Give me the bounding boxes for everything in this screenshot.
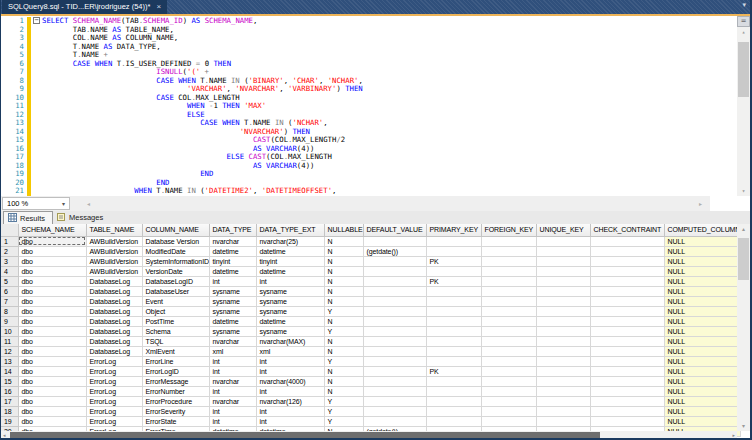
row-number[interactable]: 19 bbox=[1, 416, 18, 426]
grid-cell[interactable]: dbo bbox=[18, 406, 86, 416]
fold-collapse-icon[interactable]: − bbox=[33, 17, 40, 24]
grid-cell[interactable]: ErrorState bbox=[142, 416, 209, 426]
grid-scroll-thumb[interactable] bbox=[738, 238, 749, 280]
grid-cell[interactable]: NULL bbox=[664, 246, 740, 256]
grid-cell[interactable]: int bbox=[209, 366, 256, 376]
grid-cell[interactable]: Y bbox=[324, 306, 363, 316]
grid-cell[interactable]: sysname bbox=[209, 306, 256, 316]
grid-cell[interactable] bbox=[363, 376, 426, 386]
row-number[interactable]: 15 bbox=[1, 376, 18, 386]
column-header[interactable]: PRIMARY_KEY bbox=[426, 224, 481, 236]
grid-hscroll-thumb[interactable] bbox=[10, 432, 600, 439]
splitter-handle-icon[interactable]: ═ bbox=[737, 16, 750, 27]
grid-cell[interactable] bbox=[481, 306, 536, 316]
grid-cell[interactable]: Object bbox=[142, 306, 209, 316]
grid-cell[interactable]: N bbox=[324, 346, 363, 356]
grid-cell[interactable] bbox=[481, 266, 536, 276]
grid-cell[interactable] bbox=[481, 336, 536, 346]
grid-cell[interactable]: PK bbox=[426, 366, 481, 376]
grid-cell[interactable] bbox=[426, 316, 481, 326]
grid-cell[interactable]: datetime bbox=[256, 246, 324, 256]
grid-cell[interactable] bbox=[536, 236, 590, 246]
column-header[interactable]: DATA_TYPE_EXT bbox=[256, 224, 324, 236]
grid-cell[interactable]: datetime bbox=[209, 246, 256, 256]
grid-cell[interactable] bbox=[426, 236, 481, 246]
grid-cell[interactable]: N bbox=[324, 296, 363, 306]
grid-cell[interactable]: N bbox=[324, 256, 363, 266]
grid-cell[interactable] bbox=[426, 296, 481, 306]
grid-cell[interactable] bbox=[363, 286, 426, 296]
grid-cell[interactable]: NULL bbox=[664, 366, 740, 376]
grid-cell[interactable]: DatabaseLog bbox=[86, 316, 142, 326]
grid-cell[interactable]: Database Version bbox=[142, 236, 209, 246]
grid-cell[interactable]: dbo bbox=[18, 316, 86, 326]
grid-cell[interactable]: xml bbox=[209, 346, 256, 356]
grid-cell[interactable] bbox=[536, 336, 590, 346]
grid-cell[interactable]: NULL bbox=[664, 326, 740, 336]
grid-cell[interactable] bbox=[363, 236, 426, 246]
grid-cell[interactable] bbox=[590, 376, 664, 386]
grid-cell[interactable] bbox=[590, 266, 664, 276]
grid-cell[interactable]: sysname bbox=[256, 296, 324, 306]
grid-cell[interactable]: ErrorSeverity bbox=[142, 406, 209, 416]
select-all-corner[interactable] bbox=[1, 224, 18, 236]
grid-cell[interactable] bbox=[426, 356, 481, 366]
grid-cell[interactable]: NULL bbox=[664, 386, 740, 396]
grid-cell[interactable]: dbo bbox=[18, 356, 86, 366]
grid-vertical-scrollbar[interactable]: ▴ ▾ bbox=[737, 224, 750, 431]
grid-cell[interactable] bbox=[536, 306, 590, 316]
grid-cell[interactable]: ErrorLog bbox=[86, 386, 142, 396]
grid-cell[interactable] bbox=[590, 406, 664, 416]
grid-cell[interactable]: NULL bbox=[664, 396, 740, 406]
grid-cell[interactable] bbox=[536, 256, 590, 266]
grid-cell[interactable]: dbo bbox=[18, 416, 86, 426]
grid-cell[interactable] bbox=[590, 416, 664, 426]
grid-cell[interactable] bbox=[536, 396, 590, 406]
grid-cell[interactable]: N bbox=[324, 386, 363, 396]
grid-cell[interactable] bbox=[536, 266, 590, 276]
row-number[interactable]: 18 bbox=[1, 406, 18, 416]
tab-messages[interactable]: Messages bbox=[53, 211, 110, 224]
grid-cell[interactable] bbox=[590, 356, 664, 366]
row-number[interactable]: 4 bbox=[1, 266, 18, 276]
grid-cell[interactable]: ModifiedDate bbox=[142, 246, 209, 256]
column-header[interactable]: COMPUTED_COLUMN bbox=[664, 224, 740, 236]
grid-cell[interactable] bbox=[426, 326, 481, 336]
grid-cell[interactable]: nvarchar bbox=[209, 236, 256, 246]
grid-cell[interactable]: PostTime bbox=[142, 316, 209, 326]
grid-cell[interactable]: N bbox=[324, 236, 363, 246]
scroll-right-icon[interactable]: ▸ bbox=[699, 200, 702, 207]
grid-cell[interactable] bbox=[426, 406, 481, 416]
grid-cell[interactable] bbox=[481, 396, 536, 406]
grid-cell[interactable]: NULL bbox=[664, 276, 740, 286]
grid-cell[interactable] bbox=[481, 296, 536, 306]
grid-cell[interactable] bbox=[363, 396, 426, 406]
grid-cell[interactable]: SystemInformationID bbox=[142, 256, 209, 266]
column-header[interactable]: NULLABLE bbox=[324, 224, 363, 236]
column-header[interactable]: TABLE_NAME bbox=[86, 224, 142, 236]
document-tab[interactable]: SQLQuery8.sql - TID...ER\jrodriguez (54)… bbox=[2, 0, 167, 14]
grid-cell[interactable]: DatabaseLog bbox=[86, 286, 142, 296]
grid-cell[interactable] bbox=[590, 386, 664, 396]
grid-cell[interactable]: sysname bbox=[209, 296, 256, 306]
grid-cell[interactable]: Y bbox=[324, 406, 363, 416]
grid-cell[interactable] bbox=[590, 316, 664, 326]
grid-cell[interactable] bbox=[536, 316, 590, 326]
fold-margin[interactable]: − bbox=[32, 17, 42, 26]
grid-cell[interactable] bbox=[590, 246, 664, 256]
grid-cell[interactable] bbox=[363, 366, 426, 376]
grid-cell[interactable]: AWBuildVersion bbox=[86, 236, 142, 246]
row-number[interactable]: 5 bbox=[1, 276, 18, 286]
grid-cell[interactable] bbox=[426, 246, 481, 256]
grid-cell[interactable]: dbo bbox=[18, 326, 86, 336]
grid-cell[interactable] bbox=[363, 336, 426, 346]
row-number[interactable]: 8 bbox=[1, 306, 18, 316]
grid-cell[interactable]: dbo bbox=[18, 246, 86, 256]
grid-cell[interactable] bbox=[426, 336, 481, 346]
scroll-down-icon[interactable]: ▾ bbox=[737, 186, 750, 196]
column-header[interactable]: COLUMN_NAME bbox=[142, 224, 209, 236]
grid-cell[interactable] bbox=[536, 376, 590, 386]
grid-cell[interactable] bbox=[536, 356, 590, 366]
grid-cell[interactable] bbox=[481, 386, 536, 396]
grid-cell[interactable]: ErrorLog bbox=[86, 416, 142, 426]
